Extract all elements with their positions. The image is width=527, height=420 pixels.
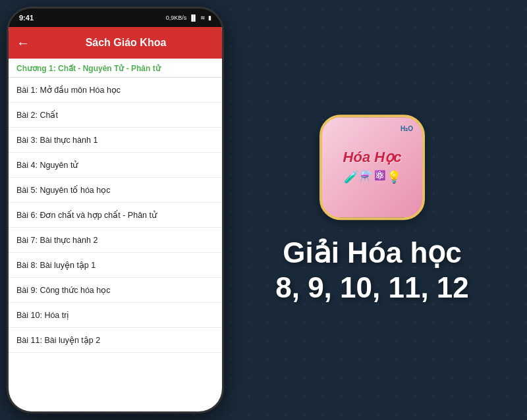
- main-container: 9:41 0,9KB/s ▐▌ ≋ ▮ ← Sách Giáo Khoa Chư…: [0, 0, 527, 420]
- lesson-item[interactable]: Bài 3: Bài thực hành 1: [9, 128, 222, 153]
- status-bar: 9:41 0,9KB/s ▐▌ ≋ ▮: [9, 9, 222, 27]
- atom-icon: ⚛️: [374, 170, 385, 184]
- bulb-icon: 💡: [387, 170, 401, 184]
- main-title-line1: Giải Hóa học: [275, 236, 469, 271]
- lesson-list[interactable]: Bài 1: Mở đầu môn Hóa họcBài 2: ChấtBài …: [9, 78, 222, 411]
- lesson-item[interactable]: Bài 2: Chất: [9, 103, 222, 128]
- lesson-item[interactable]: Bài 1: Mở đầu môn Hóa học: [9, 78, 222, 103]
- lesson-item[interactable]: Bài 9: Công thức hóa học: [9, 278, 222, 303]
- back-button[interactable]: ←: [16, 36, 30, 51]
- phone-mockup: 9:41 0,9KB/s ▐▌ ≋ ▮ ← Sách Giáo Khoa Chư…: [7, 7, 224, 413]
- chem-illustration: 🧪 ⚗️ ⚛️ 💡: [343, 169, 402, 186]
- flask-icon: 🧪: [344, 170, 358, 184]
- app-header-title: Sách Giáo Khoa: [38, 37, 214, 49]
- app-icon[interactable]: Hóa Học H₂O 🧪 ⚗️ ⚛️ 💡: [319, 115, 425, 220]
- lesson-item[interactable]: Bài 10: Hóa trị: [9, 303, 222, 328]
- lesson-item[interactable]: Bài 6: Đơn chất và hợp chất - Phân tử: [9, 203, 222, 228]
- status-time: 9:41: [19, 14, 34, 22]
- main-title: Giải Hóa học 8, 9, 10, 11, 12: [275, 236, 469, 305]
- network-speed: 0,9KB/s: [166, 14, 187, 21]
- formula-label: H₂O: [401, 125, 413, 132]
- lesson-item[interactable]: Bài 5: Nguyên tố hóa học: [9, 178, 222, 203]
- phone-screen: ← Sách Giáo Khoa Chương 1: Chất - Nguyên…: [9, 27, 222, 411]
- battery-icon: ▮: [208, 14, 211, 21]
- main-title-line2: 8, 9, 10, 11, 12: [275, 271, 469, 305]
- lesson-item[interactable]: Bài 4: Nguyên tử: [9, 153, 222, 178]
- lesson-item[interactable]: Bài 7: Bài thực hành 2: [9, 228, 222, 253]
- right-content: Hóa Học H₂O 🧪 ⚗️ ⚛️ 💡 Giải Hóa học 8, 9,…: [231, 115, 514, 305]
- app-icon-title: Hóa Học: [343, 149, 402, 166]
- status-icons: 0,9KB/s ▐▌ ≋ ▮: [166, 14, 211, 21]
- lesson-item[interactable]: Bài 11: Bài luyện tập 2: [9, 328, 222, 353]
- wifi-icon: ≋: [200, 14, 206, 21]
- signal-icon: ▐▌: [189, 14, 198, 21]
- chapter-heading: Chương 1: Chất - Nguyên Tử - Phân tử: [9, 59, 222, 78]
- app-header: ← Sách Giáo Khoa: [9, 27, 222, 59]
- beaker-icon: ⚗️: [360, 170, 373, 184]
- lesson-item[interactable]: Bài 8: Bài luyện tập 1: [9, 253, 222, 278]
